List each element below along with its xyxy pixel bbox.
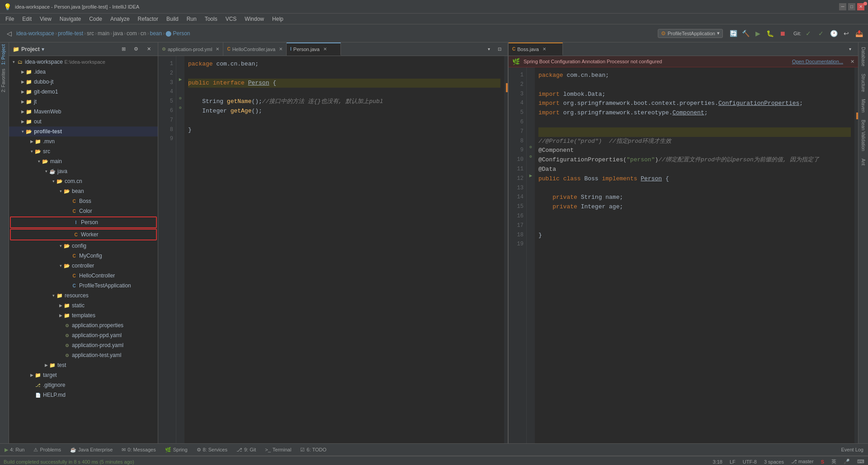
tree-static[interactable]: ▶ 📁 static	[9, 301, 158, 310]
git-checkmark1[interactable]: ✓	[803, 28, 814, 39]
bottom-tab-spring[interactable]: 🌿 Spring	[162, 446, 190, 454]
right-panel-ant[interactable]: Ant	[860, 156, 867, 168]
menu-item-run[interactable]: Run	[183, 15, 200, 23]
bottom-tab-todo[interactable]: ☑ 6: TODO	[297, 446, 329, 454]
tree-profileapp[interactable]: ▶ C ProfileTestApplication	[9, 281, 158, 291]
tab-hello-close[interactable]: ✕	[279, 47, 283, 52]
tree-profile-test[interactable]: ▾ 📂 profile-test	[9, 127, 158, 136]
project-settings[interactable]: ⚙	[131, 44, 142, 55]
left-scrollbar[interactable]	[504, 56, 508, 443]
editor-split-button[interactable]: ⊡	[494, 44, 505, 55]
menu-item-code[interactable]: Code	[85, 15, 106, 23]
bottom-event-log[interactable]: Event Log	[838, 446, 866, 453]
editor-right-code[interactable]: 1 2 3 4 5 6 7 8 9 10 11 12 13 14	[509, 67, 858, 443]
tree-color[interactable]: ▶ C Color	[9, 206, 158, 216]
tab-app-prod[interactable]: ⚙ application-prod.yml ✕	[158, 42, 223, 56]
breadcrumb-main[interactable]: main	[98, 30, 109, 37]
cursor-position[interactable]: 3:18	[713, 459, 722, 465]
tree-target[interactable]: ▶ 📁 target	[9, 370, 158, 380]
line-ending[interactable]: LF	[730, 459, 736, 465]
back-button[interactable]: ◁	[4, 28, 14, 39]
bottom-tab-java-enterprise[interactable]: ☕ Java Enterprise	[67, 446, 115, 454]
breadcrumb-file[interactable]: ⬤ Person	[165, 30, 190, 37]
tab-boss-close[interactable]: ✕	[542, 47, 546, 52]
menu-item-view[interactable]: View	[36, 15, 55, 23]
tree-config[interactable]: ▾ 📂 config	[9, 241, 158, 251]
tree-app-props[interactable]: ▶ ⚙ application.properties	[9, 320, 158, 330]
breadcrumb-cn[interactable]: cn	[141, 30, 146, 37]
bottom-tab-messages[interactable]: ✉ 0: Messages	[119, 446, 158, 454]
right-panel-database[interactable]: Database	[860, 44, 867, 69]
breadcrumb-module[interactable]: profile-test	[58, 30, 83, 37]
minimize-button[interactable]: ─	[839, 3, 846, 10]
tab-app-prod-close[interactable]: ✕	[216, 47, 219, 52]
encoding[interactable]: UTF-8	[743, 459, 757, 465]
tree-mavenweb[interactable]: ▶ 📁 MavenWeb	[9, 107, 158, 117]
project-expand-all[interactable]: ⊞	[118, 44, 129, 55]
tab-list-button[interactable]: ▾	[483, 44, 494, 55]
menu-item-build[interactable]: Build	[163, 15, 182, 23]
stop-button[interactable]: ⏹	[777, 28, 788, 39]
project-close[interactable]: ✕	[143, 44, 154, 55]
sidebar-item-project[interactable]: 1: Project	[0, 42, 9, 67]
tree-myconfig[interactable]: ▶ C MyConfig	[9, 251, 158, 261]
tree-templates[interactable]: ▶ 📁 templates	[9, 310, 158, 320]
bottom-tab-services[interactable]: ⚙ 8: Services	[194, 446, 230, 454]
right-scrollbar[interactable]	[854, 67, 858, 443]
breadcrumb-bean[interactable]: bean	[150, 30, 162, 37]
tree-out[interactable]: ▶ 📁 out	[9, 117, 158, 127]
git-branch-label[interactable]: master	[798, 459, 814, 464]
right-code-content[interactable]: package com.cn.bean; import lombok.Data;…	[535, 67, 854, 443]
breadcrumb-src[interactable]: src	[87, 30, 94, 37]
tree-worker[interactable]: ▶ C Worker	[11, 230, 156, 240]
git-checkmark2[interactable]: ✓	[816, 28, 826, 39]
tab-hello[interactable]: C HelloController.java ✕	[223, 42, 287, 56]
tree-help[interactable]: ▶ 📄 HELP.md	[9, 390, 158, 400]
tree-person[interactable]: ▶ I Person	[11, 217, 156, 227]
tree-test[interactable]: ▶ 📁 test	[9, 360, 158, 370]
run-button[interactable]: ▶	[753, 28, 764, 39]
debug-button[interactable]: 🐛	[765, 28, 776, 39]
project-dropdown-arrow[interactable]: ▾	[42, 46, 44, 52]
menu-item-navigate[interactable]: Navigate	[56, 15, 85, 23]
bottom-tab-git[interactable]: ⎇ 9: Git	[234, 446, 259, 454]
notif-link[interactable]: Open Documentation...	[792, 59, 843, 64]
tab-person[interactable]: I Person.java ✕	[287, 42, 341, 56]
tree-app-ppd[interactable]: ▶ ⚙ application-ppd.yaml	[9, 330, 158, 340]
tree-main[interactable]: ▾ 📂 main	[9, 156, 158, 166]
indent-setting[interactable]: 3 spaces	[764, 459, 784, 465]
bottom-tab-problems[interactable]: ⚠ Problems	[31, 446, 63, 454]
bottom-tab-run[interactable]: ▶ 4: Run	[2, 446, 27, 454]
menu-item-help[interactable]: Help	[269, 15, 287, 23]
tree-mvn[interactable]: ▶ 📁 .mvn	[9, 136, 158, 146]
menu-item-tools[interactable]: Tools	[201, 15, 221, 23]
tree-app-prod[interactable]: ▶ ⚙ application-prod.yaml	[9, 340, 158, 350]
tree-src[interactable]: ▾ 📂 src	[9, 146, 158, 156]
tree-idea[interactable]: ▶ 📁 .idea	[9, 67, 158, 77]
build-button[interactable]: 🔨	[741, 28, 751, 39]
tree-comcn[interactable]: ▾ 📂 com.cn	[9, 176, 158, 186]
menu-item-file[interactable]: File	[2, 15, 18, 23]
tree-boss[interactable]: ▶ C Boss	[9, 196, 158, 206]
tree-controller[interactable]: ▾ 📂 controller	[9, 261, 158, 271]
tree-bean[interactable]: ▾ 📂 bean	[9, 186, 158, 196]
maximize-button[interactable]: □	[848, 3, 855, 10]
tab-list-right-button[interactable]: ▾	[844, 44, 855, 55]
menu-item-window[interactable]: Window	[241, 15, 268, 23]
breadcrumb-java[interactable]: java	[113, 30, 123, 37]
tree-app-test[interactable]: ▶ ⚙ application-test.yaml	[9, 350, 158, 360]
bottom-tab-terminal[interactable]: >_ Terminal	[262, 446, 294, 453]
breadcrumb-com[interactable]: com	[127, 30, 137, 37]
tab-boss[interactable]: C Boss.java ✕	[509, 42, 563, 56]
left-code-content[interactable]: package com.cn.bean; public interface Pe…	[184, 56, 504, 443]
tree-dubbo[interactable]: ▶ 📁 dubbo-jt	[9, 77, 158, 87]
menu-item-edit[interactable]: Edit	[19, 15, 35, 23]
right-panel-structure[interactable]: Structure	[860, 71, 867, 95]
notif-close[interactable]: ✕	[850, 59, 854, 65]
menu-item-refactor[interactable]: Refactor	[134, 15, 162, 23]
tree-gitignore[interactable]: ▶ ⎇ .gitignore	[9, 380, 158, 390]
tree-jt[interactable]: ▶ 📁 jt	[9, 97, 158, 107]
breadcrumb-workspace[interactable]: idea-workspace	[16, 30, 54, 37]
menu-item-analyze[interactable]: Analyze	[107, 15, 133, 23]
git-clock[interactable]: 🕐	[828, 28, 839, 39]
